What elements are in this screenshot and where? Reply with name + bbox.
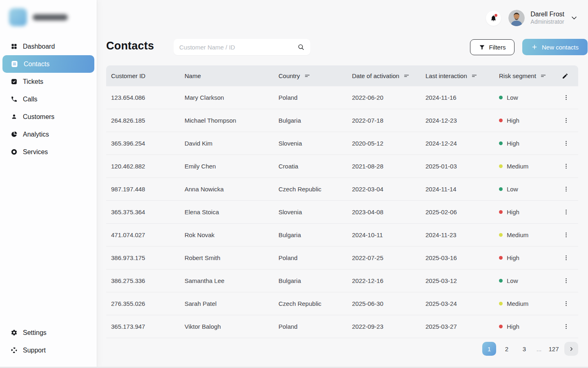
pencil-icon: [562, 73, 568, 79]
sidebar-item-support[interactable]: Support: [2, 341, 94, 359]
search-icon[interactable]: [297, 43, 305, 51]
cell-actions: [562, 115, 578, 126]
cell-name: Mary Clarkson: [185, 94, 278, 101]
table-row: 123.654.086Mary ClarksonPoland2022-06-20…: [106, 86, 578, 109]
user-role: Administrator: [530, 18, 564, 26]
row-menu-button[interactable]: [560, 321, 572, 332]
sort-icon: [471, 73, 477, 79]
cell-activation-date: 2024-10-11: [352, 231, 425, 238]
sidebar-item-customers[interactable]: Customers: [2, 108, 94, 126]
row-menu-button[interactable]: [560, 115, 572, 126]
main-content: Darell Frost Administrator Contacts Filt…: [97, 0, 588, 368]
cell-activation-date: 2025-06-30: [352, 300, 425, 307]
risk-dot: [499, 256, 503, 260]
sidebar-item-services[interactable]: Services: [2, 143, 94, 161]
sidebar-item-analytics[interactable]: Analytics: [2, 126, 94, 143]
row-menu-button[interactable]: [560, 92, 572, 103]
sidebar-item-label: Calls: [23, 96, 38, 103]
pagination-page-2[interactable]: 2: [500, 342, 514, 356]
cell-actions: [562, 184, 578, 195]
column-header-date-of-activation[interactable]: Date of activation: [352, 72, 425, 79]
chevron-down-icon[interactable]: [570, 14, 578, 22]
cell-name: David Kim: [185, 140, 278, 147]
pagination-page-1[interactable]: 1: [482, 342, 496, 356]
cell-customer-id: 365.375.364: [111, 209, 185, 215]
cell-customer-id: 365.173.947: [111, 323, 185, 330]
cell-customer-id: 123.654.086: [111, 94, 185, 101]
new-contacts-button[interactable]: New contacts: [522, 39, 588, 55]
search-input[interactable]: [179, 44, 297, 51]
risk-dot: [499, 210, 503, 214]
settings-icon: [11, 329, 18, 336]
column-label: Risk segment: [499, 72, 536, 79]
column-header-risk-segment[interactable]: Risk segment: [499, 72, 562, 79]
avatar[interactable]: [508, 10, 525, 26]
risk-label: Medium: [507, 231, 528, 238]
row-menu-button[interactable]: [560, 298, 572, 310]
table-row: 365.173.947Viktor BaloghPoland2022-09-23…: [106, 315, 578, 338]
table-row: 276.355.026Sarah PatelCzech Republic2025…: [106, 292, 578, 315]
cell-last-interaction: 2024-11-14: [425, 186, 499, 193]
cell-activation-date: 2022-09-23: [352, 323, 425, 330]
customers-icon: [11, 113, 18, 120]
cell-name: Elena Stoica: [185, 209, 278, 215]
kebab-icon: [563, 323, 570, 330]
sidebar-item-label: Services: [23, 148, 48, 156]
cell-last-interaction: 2025-03-27: [425, 323, 499, 330]
row-menu-button[interactable]: [560, 161, 572, 172]
filters-button[interactable]: Filters: [470, 39, 514, 55]
risk-dot: [499, 164, 503, 168]
cell-actions: [562, 138, 578, 149]
cell-last-interaction: 2025-03-16: [425, 254, 499, 261]
notifications-button[interactable]: [486, 11, 501, 26]
cell-activation-date: 2022-07-25: [352, 254, 425, 261]
sidebar-item-settings[interactable]: Settings: [2, 324, 94, 341]
pagination-next-button[interactable]: [564, 342, 578, 356]
column-header-country[interactable]: Country: [278, 72, 352, 79]
row-menu-button[interactable]: [560, 206, 572, 218]
column-label: Name: [185, 72, 201, 79]
cell-actions: [562, 206, 578, 218]
filters-button-label: Filters: [489, 44, 506, 51]
row-menu-button[interactable]: [560, 184, 572, 195]
table-header: Customer IDNameCountryDate of activation…: [106, 65, 578, 86]
risk-label: High: [507, 254, 519, 261]
cell-customer-id: 276.355.026: [111, 300, 185, 307]
user-meta: Darell Frost Administrator: [530, 10, 564, 26]
row-menu-button[interactable]: [560, 252, 572, 264]
row-menu-button[interactable]: [560, 138, 572, 149]
sidebar-item-tickets[interactable]: Tickets: [2, 73, 94, 90]
cell-name: Samantha Lee: [185, 277, 278, 284]
cell-last-interaction: 2025-02-06: [425, 209, 499, 215]
risk-label: Medium: [507, 163, 528, 170]
contacts-table: Customer IDNameCountryDate of activation…: [106, 65, 578, 338]
sidebar-item-label: Customers: [23, 113, 54, 121]
row-menu-button[interactable]: [560, 275, 572, 287]
cell-country: Bulgaria: [278, 277, 352, 284]
column-header-last-interaction[interactable]: Last interaction: [425, 72, 499, 79]
sidebar-nav-bottom: SettingsSupport: [0, 324, 97, 359]
cell-actions: [562, 229, 578, 241]
sidebar-item-dashboard[interactable]: Dashboard: [2, 38, 94, 55]
cell-customer-id: 120.462.882: [111, 163, 185, 170]
cell-risk-segment: Medium: [499, 300, 562, 307]
cell-risk-segment: High: [499, 117, 562, 124]
cell-actions: [562, 92, 578, 103]
row-menu-button[interactable]: [560, 229, 572, 241]
cell-customer-id: 386.275.336: [111, 277, 185, 284]
column-header-edit[interactable]: [562, 73, 578, 79]
cell-risk-segment: Low: [499, 94, 562, 101]
cell-country: Slovenia: [278, 209, 352, 215]
cell-last-interaction: 2025-03-12: [425, 277, 499, 284]
pagination-page-127[interactable]: 127: [547, 342, 561, 356]
app-logo: [9, 7, 97, 27]
sidebar-item-label: Analytics: [23, 131, 49, 138]
risk-label: High: [507, 140, 519, 147]
sidebar-item-contacts[interactable]: Contacts: [2, 55, 94, 73]
chevron-right-icon: [568, 346, 575, 352]
pagination-page-3[interactable]: 3: [517, 342, 531, 356]
cell-country: Poland: [278, 323, 352, 330]
kebab-icon: [563, 209, 570, 215]
sidebar-item-calls[interactable]: Calls: [2, 90, 94, 108]
cell-risk-segment: Low: [499, 186, 562, 193]
